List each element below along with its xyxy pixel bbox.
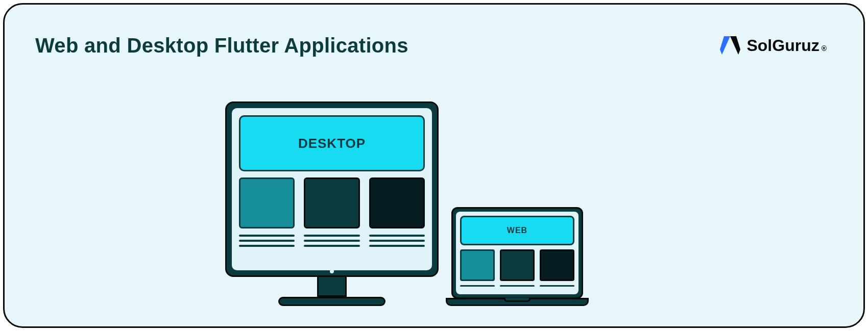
desktop-hero-panel: DESKTOP [239,115,425,171]
text-line [304,240,359,242]
brand-name-prefix: Sol [746,36,772,55]
monitor-led-icon [330,269,334,273]
brand-mark-icon [720,34,740,57]
web-column-1 [460,249,495,287]
web-card-2 [500,249,535,281]
web-hero-panel: WEB [460,216,574,245]
text-line [369,240,425,242]
web-card-3 [540,249,574,281]
web-lines-3 [540,283,574,287]
text-line [369,235,425,237]
web-lines-1 [460,283,495,287]
web-lines-2 [500,283,535,287]
laptop-frame: WEB [451,207,583,299]
svg-marker-1 [730,36,740,55]
desktop-column-3 [369,177,425,247]
desktop-card-2 [304,177,359,228]
web-column-2 [500,249,535,287]
monitor-frame: DESKTOP [225,101,439,277]
brand-name: SolGuruz® [746,36,827,55]
desktop-column-1 [239,177,295,247]
text-line [239,235,295,237]
page-title: Web and Desktop Flutter Applications [35,34,408,57]
web-card-1 [460,249,495,281]
web-hero-label: WEB [507,226,527,235]
desktop-lines-2 [304,232,359,247]
desktop-lines-3 [369,232,425,247]
text-line [239,240,295,242]
laptop-base [446,298,589,306]
text-line [304,245,359,247]
diagram-card: Web and Desktop Flutter Applications Sol… [3,3,865,328]
brand-name-suffix: Guruz [772,36,819,55]
desktop-card-3 [369,177,425,228]
desktop-lines-1 [239,232,295,247]
text-line [540,285,574,287]
laptop-screen: WEB [456,212,578,294]
monitor-base [278,297,385,306]
text-line [304,235,359,237]
web-column-3 [540,249,574,287]
illustration-stage: DESKTOP [5,61,863,326]
desktop-column-2 [304,177,359,247]
laptop-notch [504,298,531,302]
text-line [369,245,425,247]
desktop-illustration: DESKTOP [225,101,439,306]
svg-marker-0 [720,36,730,55]
text-line [500,285,535,287]
web-columns [460,249,574,287]
text-line [460,285,495,287]
web-illustration: WEB [446,207,589,306]
desktop-hero-label: DESKTOP [298,136,366,151]
monitor-neck [317,275,347,297]
monitor-screen: DESKTOP [232,108,432,270]
brand-logo: SolGuruz® [720,34,827,57]
registered-mark: ® [822,44,827,53]
desktop-card-1 [239,177,295,228]
text-line [239,245,295,247]
desktop-columns [239,177,425,247]
